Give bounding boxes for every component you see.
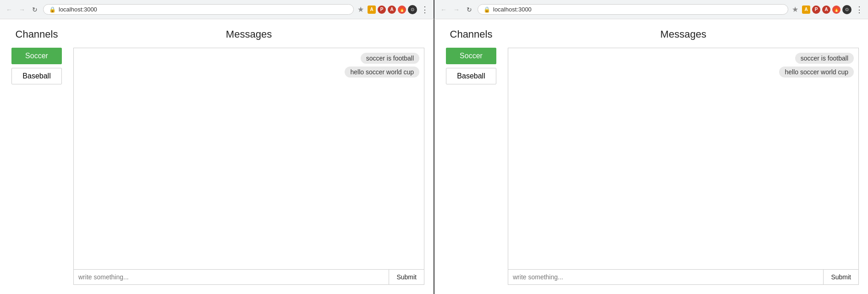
right-message-1: soccer is football [795,53,854,64]
left-messages-panel: Messages soccer is football hello soccer… [73,28,424,285]
ext-icon-5-left: ⊙ [408,5,417,14]
left-baseball-button[interactable]: Baseball [11,68,62,84]
lock-icon-right: 🔒 [483,6,490,13]
refresh-button-right[interactable]: ↻ [465,5,474,14]
right-message-2: hello soccer world cup [779,67,854,78]
right-soccer-button[interactable]: Soccer [446,48,496,64]
ext-icon-4-right: 🔥 [832,6,841,14]
url-text-left: localhost:3000 [59,6,348,13]
left-channels-panel: Channels Soccer Baseball [9,28,64,285]
left-messages-box: soccer is football hello soccer world cu… [73,48,424,270]
left-channels-title: Channels [16,28,58,40]
ext-icon-2-left: P [378,6,386,14]
left-app: Channels Soccer Baseball Messages soccer… [0,19,434,294]
left-message-1: soccer is football [361,53,419,64]
left-message-2: hello soccer world cup [345,67,419,78]
left-soccer-button[interactable]: Soccer [11,48,62,64]
forward-button-right[interactable]: → [452,5,461,14]
left-pane: Channels Soccer Baseball Messages soccer… [0,19,434,294]
ext-icon-2-right: P [812,6,820,14]
right-channels-title: Channels [450,28,493,40]
ext-icon-3-right: A [822,6,830,14]
ext-icon-5-right: ⊙ [842,5,852,14]
right-app: Channels Soccer Baseball Messages soccer… [434,19,868,294]
star-icon-left[interactable]: ★ [357,5,364,14]
address-bar-left: 🔒 localhost:3000 [43,4,354,15]
left-messages-title: Messages [73,28,424,40]
lock-icon-left: 🔒 [49,6,56,13]
right-messages-title: Messages [508,28,859,40]
right-messages-box: soccer is football hello soccer world cu… [508,48,859,270]
ext-icon-1-left: A [368,6,376,14]
right-submit-button[interactable]: Submit [823,270,858,284]
right-channels-panel: Channels Soccer Baseball [444,28,499,285]
ext-icon-1-right: A [802,6,810,14]
right-message-input[interactable] [508,270,823,284]
back-button-right[interactable]: ← [439,5,448,14]
right-pane: Channels Soccer Baseball Messages soccer… [434,19,868,294]
right-messages-panel: Messages soccer is football hello soccer… [508,28,859,285]
right-baseball-button[interactable]: Baseball [446,68,496,84]
back-button-left[interactable]: ← [5,5,14,14]
left-input-row: Submit [73,270,424,285]
refresh-button-left[interactable]: ↻ [30,5,39,14]
menu-icon-right[interactable]: ⋮ [855,5,863,15]
toolbar-icons-right: A P A 🔥 ⊙ [802,5,852,14]
ext-icon-4-left: 🔥 [398,6,406,14]
url-text-right: localhost:3000 [493,6,782,13]
address-bar-right: 🔒 localhost:3000 [478,4,788,15]
menu-icon-left[interactable]: ⋮ [421,5,429,15]
ext-icon-3-left: A [388,6,396,14]
left-submit-button[interactable]: Submit [389,270,424,284]
star-icon-right[interactable]: ★ [792,5,798,14]
forward-button-left[interactable]: → [17,5,27,14]
left-message-input[interactable] [74,270,389,284]
toolbar-icons-left: A P A 🔥 ⊙ [368,5,417,14]
right-input-row: Submit [508,270,859,285]
